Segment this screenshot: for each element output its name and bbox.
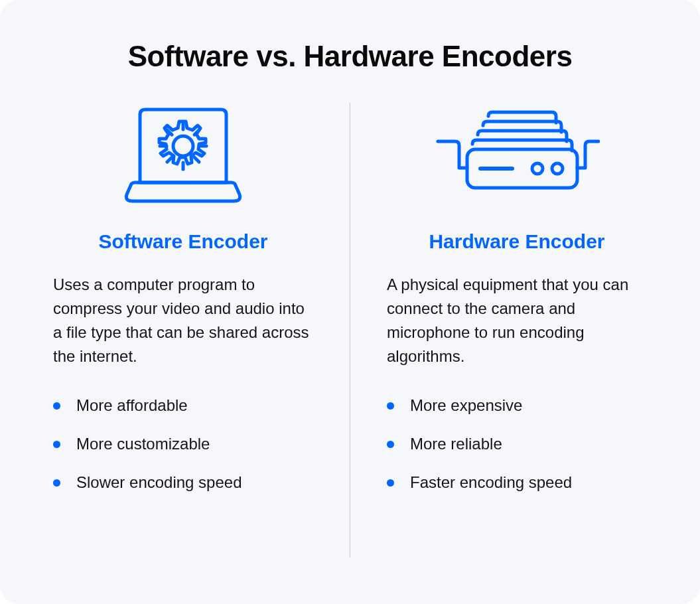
bullet-dot-icon	[387, 441, 394, 448]
svg-point-5	[552, 163, 563, 174]
column-software: Software Encoder Uses a computer program…	[53, 103, 350, 558]
list-item: More affordable	[53, 396, 313, 415]
bullet-dot-icon	[53, 402, 60, 410]
bullet-list-software: More affordable More customizable Slower…	[53, 396, 313, 492]
comparison-card: Software vs. Hardware Encoders	[0, 0, 700, 604]
list-item: More expensive	[387, 396, 647, 415]
columns-wrapper: Software Encoder Uses a computer program…	[53, 103, 647, 558]
list-item: Slower encoding speed	[53, 473, 313, 492]
svg-point-0	[173, 136, 193, 156]
bullet-dot-icon	[53, 441, 60, 448]
column-hardware: Hardware Encoder A physical equipment th…	[350, 103, 647, 558]
bullet-dot-icon	[387, 402, 394, 410]
column-description-hardware: A physical equipment that you can connec…	[387, 273, 647, 368]
bullet-text: Slower encoding speed	[76, 473, 242, 492]
bullet-text: More affordable	[76, 396, 188, 415]
list-item: Faster encoding speed	[387, 473, 647, 492]
bullet-text: Faster encoding speed	[410, 473, 572, 492]
bullet-dot-icon	[387, 479, 394, 487]
column-heading-hardware: Hardware Encoder	[429, 230, 604, 253]
bullet-text: More customizable	[76, 435, 210, 453]
laptop-gear-icon	[53, 103, 313, 216]
hardware-device-icon	[387, 103, 647, 216]
bullet-dot-icon	[53, 479, 60, 487]
column-heading-software: Software Encoder	[98, 230, 267, 253]
bullet-list-hardware: More expensive More reliable Faster enco…	[387, 396, 647, 492]
bullet-text: More reliable	[410, 435, 502, 453]
column-description-software: Uses a computer program to compress your…	[53, 273, 313, 368]
svg-point-4	[532, 163, 543, 174]
list-item: More customizable	[53, 435, 313, 453]
bullet-text: More expensive	[410, 396, 522, 415]
list-item: More reliable	[387, 435, 647, 453]
page-title: Software vs. Hardware Encoders	[53, 40, 647, 73]
